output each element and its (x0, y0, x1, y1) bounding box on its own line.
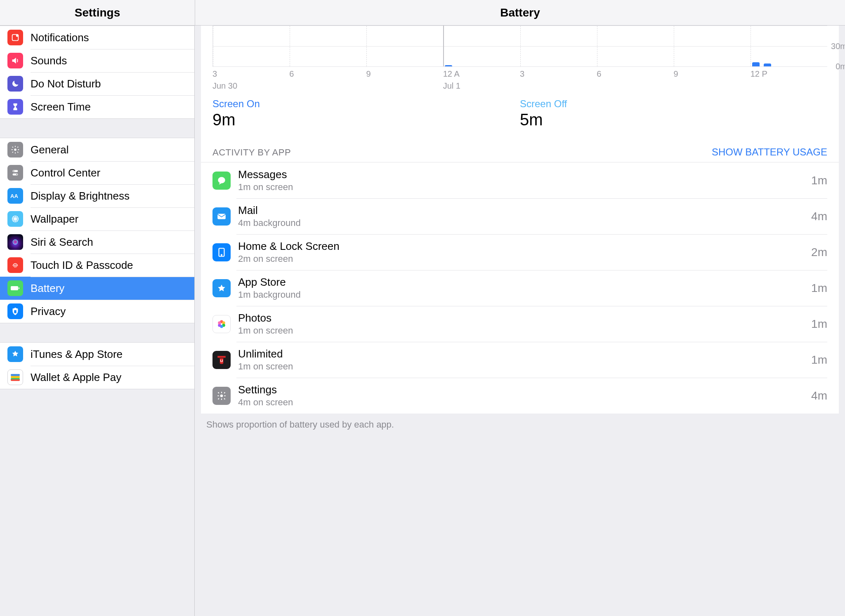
sidebar-item-label: Control Center (31, 167, 194, 179)
mail-icon (212, 207, 231, 226)
sidebar-item-sounds[interactable]: Sounds (0, 49, 194, 72)
svg-rect-20 (217, 214, 226, 219)
chart-xtick: 12 A (443, 69, 520, 79)
battery-detail: 30m 0m 36912 A36912 P Jun 30 Jul 1 Scree… (195, 26, 845, 616)
sidebar-item-label: Privacy (31, 305, 194, 318)
svg-point-31 (220, 394, 223, 397)
chart-xaxis: 36912 A36912 P (212, 67, 827, 79)
stat-screen-off: Screen Off 5m (520, 98, 827, 129)
battery-card: 30m 0m 36912 A36912 P Jun 30 Jul 1 Scree… (201, 26, 839, 414)
touchid-icon (7, 257, 23, 273)
footer-note: Shows proportion of battery used by each… (195, 414, 845, 436)
sidebar-item-wallet[interactable]: Wallet & Apple Pay (0, 366, 194, 389)
app-value: 4m (811, 389, 827, 402)
app-subtitle: 2m on screen (238, 254, 811, 264)
notifications-icon (7, 30, 23, 45)
sidebar-item-wallpaper[interactable]: Wallpaper (0, 207, 194, 230)
app-row-messages[interactable]: Messages1m on screen1m (201, 162, 839, 198)
svg-point-11 (14, 241, 17, 243)
sidebar-item-touchid[interactable]: Touch ID & Passcode (0, 254, 194, 277)
stat-screen-on-label: Screen On (212, 98, 520, 110)
itunes-icon (7, 346, 23, 362)
chart-xtick: 9 (674, 69, 751, 79)
sidebar-item-screentime[interactable]: Screen Time (0, 95, 194, 118)
sidebar-item-display[interactable]: AADisplay & Brightness (0, 184, 194, 207)
app-subtitle: 1m on screen (238, 325, 811, 336)
sidebar-item-label: Do Not Disturb (31, 78, 194, 90)
stat-screen-off-value: 5m (520, 111, 827, 129)
unlimited-icon: U (212, 351, 231, 369)
chart-xtick: 3 (520, 69, 597, 79)
sidebar-item-label: Battery (31, 282, 194, 295)
photos-icon (212, 315, 231, 333)
app-row-settings[interactable]: Settings4m on screen4m (201, 378, 839, 414)
chart-date-right: Jul 1 (443, 81, 520, 91)
app-name: Photos (238, 312, 811, 324)
content: NotificationsSoundsDo Not DisturbScreen … (0, 26, 845, 616)
app-name: Unlimited (238, 348, 811, 360)
app-name: Messages (238, 168, 811, 181)
battery-icon (7, 280, 23, 296)
wallet-icon (7, 369, 23, 385)
sidebar-item-controlcenter[interactable]: Control Center (0, 161, 194, 184)
app-row-mail[interactable]: Mail4m background4m (201, 198, 839, 234)
activity-chart-wrap: 30m 0m 36912 A36912 P Jun 30 Jul 1 (201, 26, 839, 91)
svg-point-1 (16, 35, 19, 37)
app-row-appstore[interactable]: App Store1m background1m (201, 270, 839, 306)
chart-xtick: 3 (212, 69, 289, 79)
show-battery-usage-button[interactable]: SHOW BATTERY USAGE (712, 146, 827, 158)
messages-icon (212, 172, 231, 190)
app-value: 1m (811, 353, 827, 367)
sidebar-item-label: iTunes & App Store (31, 348, 194, 361)
sidebar-item-label: Wallpaper (31, 213, 194, 226)
sidebar-item-battery[interactable]: Battery (0, 277, 194, 300)
settings-icon (212, 387, 231, 405)
app-subtitle: 1m on screen (238, 361, 811, 372)
sidebar-item-notifications[interactable]: Notifications (0, 26, 194, 49)
sidebar-item-label: General (31, 143, 194, 156)
app-value: 1m (811, 174, 827, 187)
app-row-photos[interactable]: Photos1m on screen1m (201, 306, 839, 342)
sidebar-item-itunes[interactable]: iTunes & App Store (0, 343, 194, 366)
app-name: Settings (238, 383, 811, 396)
chart-bar (445, 65, 452, 66)
sidebar-item-dnd[interactable]: Do Not Disturb (0, 72, 194, 95)
sidebar-title: Settings (0, 0, 195, 25)
activity-app-list: Messages1m on screen1mMail4m background4… (201, 162, 839, 414)
sidebar-item-label: Siri & Search (31, 236, 194, 249)
sidebar-item-general[interactable]: General (0, 138, 194, 161)
svg-text:AA: AA (10, 193, 18, 199)
general-icon (7, 142, 23, 158)
svg-point-22 (221, 254, 222, 255)
svg-rect-13 (19, 287, 19, 289)
svg-rect-14 (14, 310, 17, 313)
chart-date-labels: Jun 30 Jul 1 (212, 79, 827, 91)
stat-screen-on-value: 9m (212, 111, 520, 129)
app-subtitle: 4m background (238, 218, 811, 228)
app-subtitle: 1m background (238, 289, 811, 300)
wallpaper-icon (7, 211, 23, 227)
app-row-unlimited[interactable]: UUnlimited1m on screen1m (201, 342, 839, 378)
app-value: 1m (811, 282, 827, 295)
detail-title: Battery (195, 0, 845, 25)
app-subtitle: 1m on screen (238, 182, 811, 193)
sounds-icon (7, 53, 23, 68)
svg-text:U: U (220, 358, 223, 363)
activity-chart: 30m 0m (212, 26, 827, 67)
svg-rect-16 (11, 376, 20, 378)
settings-sidebar: NotificationsSoundsDo Not DisturbScreen … (0, 26, 195, 616)
svg-point-19 (218, 177, 225, 183)
sidebar-item-privacy[interactable]: Privacy (0, 300, 194, 323)
sidebar-item-label: Touch ID & Passcode (31, 259, 194, 272)
screen-time-stats: Screen On 9m Screen Off 5m (201, 91, 839, 138)
app-row-home[interactable]: Home & Lock Screen2m on screen2m (201, 234, 839, 270)
screentime-icon (7, 99, 23, 115)
display-icon: AA (7, 188, 23, 204)
chart-date-left: Jun 30 (212, 81, 289, 91)
activity-section-title: ACTIVITY BY APP (212, 147, 291, 158)
app-name: Mail (238, 204, 811, 217)
sidebar-item-siri[interactable]: Siri & Search (0, 230, 194, 254)
stat-screen-on: Screen On 9m (212, 98, 520, 129)
app-subtitle: 4m on screen (238, 397, 811, 408)
chart-ylabel-30m: 30m (831, 42, 845, 51)
